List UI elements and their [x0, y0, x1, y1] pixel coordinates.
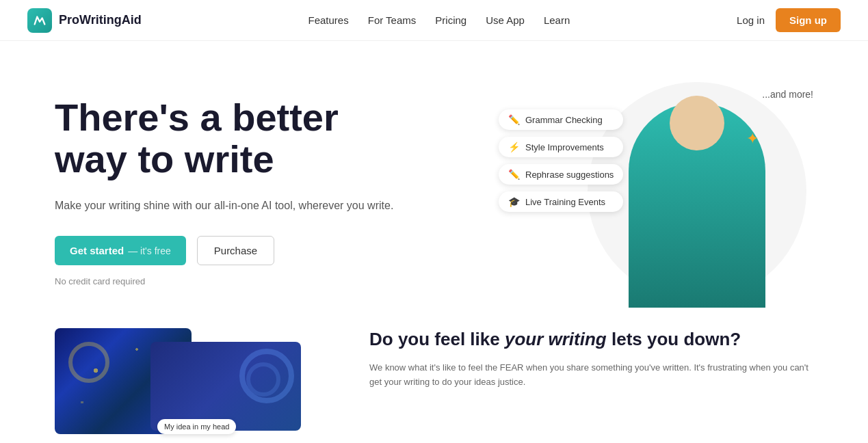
- more-label: ...and more!: [762, 89, 813, 100]
- sparkle-icon: ✦: [746, 130, 759, 148]
- hero-right: ✏️ Grammar Checking ⚡ Style Improvements…: [499, 75, 813, 308]
- navbar: ProWritingAid Features For Teams Pricing…: [0, 0, 868, 41]
- nav-for-teams[interactable]: For Teams: [368, 14, 417, 26]
- style-icon: ⚡: [508, 142, 520, 152]
- bottom-section: My idea in my head Do you feel like your…: [0, 328, 868, 443]
- person-head: [670, 96, 724, 150]
- hero-section: There's a better way to write Make your …: [0, 41, 868, 328]
- purchase-button[interactable]: Purchase: [197, 236, 274, 265]
- nav-pricing[interactable]: Pricing: [435, 14, 466, 26]
- bottom-image-area: My idea in my head: [55, 328, 315, 438]
- rephrase-icon: ✏️: [508, 169, 520, 180]
- nav-use-app[interactable]: Use App: [486, 14, 525, 26]
- bottom-text: Do you feel like your writing lets you d…: [369, 328, 813, 389]
- person-illustration: [601, 75, 793, 308]
- speech-bubble: My idea in my head: [157, 419, 236, 434]
- training-icon: 🎓: [508, 196, 520, 207]
- signup-button[interactable]: Sign up: [776, 8, 841, 32]
- logo-text: ProWritingAid: [59, 13, 142, 27]
- hero-buttons: Get started — it's free Purchase: [55, 236, 393, 265]
- front-card: [150, 342, 301, 431]
- get-started-button[interactable]: Get started — it's free: [55, 236, 186, 265]
- swirl-decoration: [68, 342, 109, 383]
- nav-learn[interactable]: Learn: [544, 14, 570, 26]
- logo[interactable]: ProWritingAid: [27, 8, 142, 33]
- hero-left: There's a better way to write Make your …: [55, 96, 393, 287]
- nav-links: Features For Teams Pricing Use App Learn: [308, 14, 570, 26]
- nav-actions: Log in Sign up: [737, 8, 841, 32]
- login-button[interactable]: Log in: [737, 14, 765, 26]
- front-swirl-2: [246, 362, 280, 397]
- bottom-body: We know what it's like to feel the FEAR …: [369, 361, 813, 390]
- grammar-icon: ✏️: [508, 114, 520, 125]
- nav-features[interactable]: Features: [308, 14, 349, 26]
- hero-subtext: Make your writing shine with our all-in-…: [55, 197, 393, 215]
- logo-icon: [27, 8, 52, 33]
- hero-illustration: ✏️ Grammar Checking ⚡ Style Improvements…: [499, 75, 813, 308]
- bottom-heading: Do you feel like your writing lets you d…: [369, 328, 813, 351]
- no-credit-text: No credit card required: [55, 276, 393, 286]
- hero-headline: There's a better way to write: [55, 96, 393, 180]
